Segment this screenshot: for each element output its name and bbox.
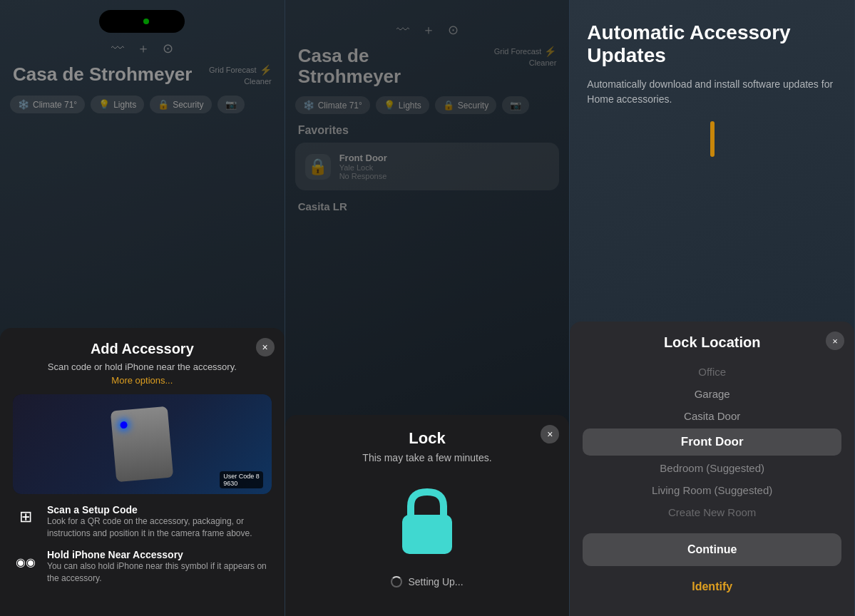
panel-add-accessory: 〰 ＋ ⊙ Casa de Strohmeyer Grid Forecast ⚡…: [0, 0, 285, 616]
panel-lock-location: Automatic Accessory Updates Automaticall…: [570, 0, 855, 616]
lock-location-title: Lock Location: [583, 334, 841, 351]
add-accessory-subtitle: Scan code or hold iPhone near the access…: [13, 361, 272, 372]
scan-code-option[interactable]: ⊞ Scan a Setup Code Look for a QR code o…: [13, 504, 272, 540]
add-accessory-sheet: × Add Accessory Scan code or hold iPhone…: [0, 328, 285, 616]
svg-rect-0: [402, 515, 452, 554]
lock-modal-sheet: × Lock This may take a few minutes. Sett…: [285, 415, 570, 616]
p3-bg-content: Automatic Accessory Updates Automaticall…: [570, 0, 854, 322]
lock-modal-overlay: × Lock This may take a few minutes. Sett…: [285, 0, 570, 616]
location-garage[interactable]: Garage: [583, 383, 841, 405]
lock-modal-sub: This may take a few minutes.: [298, 452, 557, 463]
continue-button[interactable]: Continue: [583, 533, 841, 566]
nfc-title: Hold iPhone Near Accessory: [47, 549, 272, 560]
location-office[interactable]: Office: [583, 361, 841, 383]
location-living-room[interactable]: Living Room (Suggested): [583, 479, 841, 501]
auto-update-sub: Automatically download and install softw…: [587, 77, 837, 107]
camera-preview: User Code 89630: [13, 394, 272, 494]
lock-modal-title: Lock: [298, 429, 557, 448]
identify-button[interactable]: Identify: [583, 575, 841, 599]
lock-modal-close-button[interactable]: ×: [541, 425, 559, 443]
location-bedroom[interactable]: Bedroom (Suggested): [583, 457, 841, 479]
more-options-link[interactable]: More options...: [13, 375, 272, 386]
loading-spinner: [391, 576, 402, 587]
auto-update-title: Automatic Accessory Updates: [587, 21, 837, 67]
add-accessory-overlay: × Add Accessory Scan code or hold iPhone…: [0, 0, 285, 616]
device-image: [111, 406, 173, 483]
location-create-new[interactable]: Create New Room: [583, 501, 841, 523]
device-light: [120, 421, 128, 429]
panel-lock: 〰 ＋ ⊙ Casa deStrohmeyer Grid Forecast ⚡ …: [285, 0, 570, 616]
location-list: Office Garage Casita Door Front Door Bed…: [583, 361, 841, 523]
setting-up-label: Setting Up...: [408, 576, 463, 587]
scan-code-title: Scan a Setup Code: [47, 504, 272, 515]
add-accessory-title: Add Accessory: [13, 341, 272, 357]
nfc-icon: ◉◉: [13, 549, 39, 575]
add-accessory-close-button[interactable]: ×: [256, 338, 275, 356]
amber-indicator: [710, 121, 715, 157]
scan-code-sub: Look for a QR code on the accessory, pac…: [47, 515, 272, 540]
location-front-door[interactable]: Front Door: [583, 428, 841, 456]
lock-icon-svg: [395, 485, 459, 556]
nfc-option[interactable]: ◉◉ Hold iPhone Near Accessory You can al…: [13, 549, 272, 585]
lock-location-close-button[interactable]: ×: [826, 332, 844, 350]
lock-location-sheet: × Lock Location Office Garage Casita Doo…: [570, 322, 854, 616]
nfc-sub: You can also hold iPhone near this symbo…: [47, 560, 272, 585]
qr-icon: ⊞: [13, 504, 39, 530]
location-casita-door[interactable]: Casita Door: [583, 405, 841, 427]
camera-label: User Code 89630: [220, 471, 263, 488]
setting-up-row: Setting Up...: [298, 576, 557, 587]
